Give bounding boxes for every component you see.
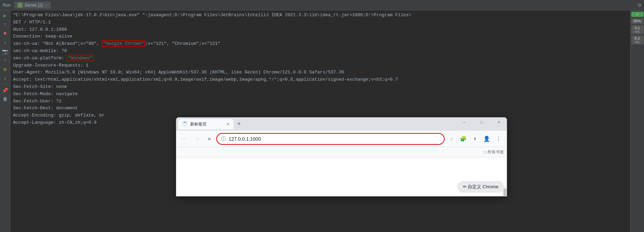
upload-metric: 0.1 K/s bbox=[631, 25, 644, 34]
console-line-5: sec-ch-ua-mobile: ?0 bbox=[13, 48, 627, 55]
server-tab-icon bbox=[18, 3, 22, 8]
console-line-12: Sec-Fetch-User: ?1 bbox=[13, 98, 627, 105]
address-lock-icon: ⓘ bbox=[221, 136, 226, 142]
maximize-button[interactable]: □ bbox=[474, 118, 489, 128]
profile-button[interactable]: 👤 bbox=[481, 133, 492, 144]
console-line-2: Host: 127.0.0.1:1000 bbox=[13, 26, 627, 33]
chrome-tab[interactable]: 新标签页 × bbox=[178, 119, 234, 129]
scroll-up-button[interactable]: ↑ bbox=[1, 21, 9, 28]
customize-chrome-button[interactable]: ✏ 自定义 Chrome bbox=[457, 181, 504, 193]
console-line-1: GET / HTTP/1.1 bbox=[13, 19, 627, 26]
console-area[interactable]: "C:\Program Files\Java\jdk-17.0.2\bin\ja… bbox=[10, 10, 630, 232]
forward-button[interactable]: → bbox=[191, 133, 202, 144]
console-line-0: "C:\Program Files\Java\jdk-17.0.2\bin\ja… bbox=[13, 12, 627, 19]
console-line-9: Accept: text/html,application/xhtml+xml,… bbox=[13, 76, 627, 83]
right-panel: ✓ 50% 0.1 K/s 0.2 K/s bbox=[630, 10, 644, 232]
console-line-3: Connection: keep-alive bbox=[13, 33, 627, 40]
reload-button[interactable]: ⚙ bbox=[1, 65, 9, 73]
chrome-toolbar: ← → ✕ ⓘ 127.0.0.1:1000 ☆ 🧩 ⬇ 👤 ⋮ bbox=[176, 131, 507, 147]
settings-gear-icon[interactable]: ⚙ bbox=[638, 2, 641, 9]
scroll-down-button[interactable]: ↓ bbox=[1, 39, 9, 46]
toolbar-divider bbox=[2, 84, 9, 84]
console-line-4: sec-ch-ua: "Not A(Brand";v="99", "Google… bbox=[13, 40, 627, 48]
download-button[interactable]: ⬇ bbox=[469, 133, 480, 144]
google-chrome-highlight: "Google Chrome" bbox=[102, 40, 145, 47]
chrome-body: ✏ 自定义 Chrome bbox=[176, 158, 507, 195]
camera-button[interactable]: 📷 bbox=[1, 48, 9, 55]
console-line-11: Sec-Fetch-Mode: navigate bbox=[13, 91, 627, 98]
pin-button[interactable]: 📌 bbox=[1, 87, 9, 94]
chrome-action-buttons: ☆ 🧩 ⬇ 👤 ⋮ bbox=[446, 133, 504, 144]
bookmark-button[interactable]: ☆ bbox=[446, 133, 457, 144]
console-line-10: Sec-Fetch-Site: none bbox=[13, 83, 627, 91]
server-tab[interactable]: Server (2) × bbox=[14, 2, 51, 9]
chrome-window: 新标签页 × + — □ × ← → ✕ ⓘ 127.0.0.1:10 bbox=[176, 117, 507, 196]
stop-button[interactable]: ■ bbox=[1, 30, 9, 37]
server-tab-label: Server (2) bbox=[24, 3, 43, 8]
left-toolbar: ▶ ↑ ■ ↓ 📷 ↑ ⚙ ↓ 📌 🗑 bbox=[0, 10, 10, 232]
server-tab-close[interactable]: × bbox=[45, 3, 47, 7]
upload-unit: K/s bbox=[631, 30, 644, 33]
check-icon: ✓ bbox=[636, 12, 639, 16]
tab-close-button[interactable]: × bbox=[227, 121, 229, 127]
scrollbar[interactable] bbox=[503, 186, 507, 195]
stop-reload-button[interactable]: ✕ bbox=[204, 133, 215, 144]
minimize-button[interactable]: — bbox=[456, 118, 472, 128]
window-controls: — □ × bbox=[456, 118, 507, 131]
top-bar: Run: Server (2) × ⚙ bbox=[0, 0, 644, 10]
address-bar[interactable]: ⓘ 127.0.0.1:1000 bbox=[216, 133, 445, 145]
delete-button[interactable]: 🗑 bbox=[1, 95, 9, 103]
move-up-button[interactable]: ↑ bbox=[1, 57, 9, 64]
console-line-13: Sec-Fetch-Dest: document bbox=[13, 105, 627, 112]
main-layout: ▶ ↑ ■ ↓ 📷 ↑ ⚙ ↓ 📌 🗑 "C:\Program Files\Ja… bbox=[0, 10, 644, 232]
close-window-button[interactable]: × bbox=[491, 118, 507, 128]
run-button[interactable]: ▶ bbox=[1, 12, 9, 19]
status-badge: ✓ bbox=[631, 12, 644, 17]
console-line-8: User-Agent: Mozilla/5.0 (Windows NT 10.0… bbox=[13, 69, 627, 76]
cpu-value: 50% bbox=[631, 19, 644, 23]
upload-value: 0.1 bbox=[631, 26, 644, 30]
tab-loading-spinner bbox=[182, 122, 187, 127]
new-tab-button[interactable]: + bbox=[234, 119, 244, 129]
run-label: Run: bbox=[3, 3, 11, 8]
console-line-6: sec-ch-ua-platform: "Windows" bbox=[13, 55, 627, 62]
windows-highlight: "Windows" bbox=[67, 55, 94, 61]
bookmarks-bar: □ 所有书签 bbox=[176, 147, 507, 158]
console-line-7: Upgrade-Insecure-Requests: 1 bbox=[13, 62, 627, 69]
download-value: 0.2 bbox=[631, 36, 644, 40]
extensions-button[interactable]: 🧩 bbox=[458, 133, 469, 144]
move-down-button[interactable]: ↓ bbox=[1, 74, 9, 82]
bookmarks-label[interactable]: □ 所有书签 bbox=[484, 149, 504, 155]
download-unit: K/s bbox=[631, 40, 644, 44]
back-button[interactable]: ← bbox=[179, 133, 190, 144]
scrollbar-thumb[interactable] bbox=[504, 189, 506, 196]
menu-button[interactable]: ⋮ bbox=[493, 133, 504, 144]
download-metric: 0.2 K/s bbox=[631, 36, 644, 44]
tab-title: 新标签页 bbox=[190, 121, 207, 127]
cpu-metric: 50% bbox=[631, 18, 644, 24]
address-text: 127.0.0.1:1000 bbox=[229, 136, 261, 142]
